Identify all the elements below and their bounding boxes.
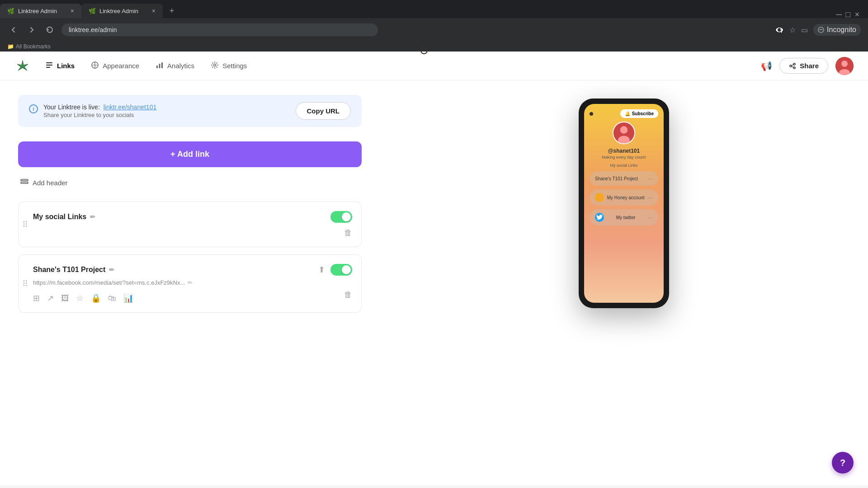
- svg-point-13: [793, 67, 795, 69]
- notification-icon[interactable]: 📢: [761, 61, 772, 71]
- tab-2-close-icon[interactable]: ×: [152, 7, 156, 14]
- subscribe-label: Subscribe: [632, 111, 654, 116]
- address-bar[interactable]: linktree.ee/admin: [61, 23, 378, 36]
- nav-appearance-label: Appearance: [103, 62, 139, 70]
- live-text: Your Linktree is live:: [43, 103, 100, 111]
- phone-username: @shanet101: [590, 148, 658, 154]
- close-window-icon[interactable]: ×: [854, 11, 861, 18]
- appearance-icon: [91, 61, 99, 70]
- user-avatar[interactable]: [835, 57, 854, 75]
- phone-section-label: My social Links: [590, 163, 658, 168]
- svg-rect-9: [161, 62, 163, 68]
- share-button[interactable]: Share: [779, 58, 828, 74]
- delete-header-icon[interactable]: 🗑: [344, 228, 352, 238]
- add-link-button[interactable]: + Add link: [18, 141, 362, 167]
- tab-1-close-icon[interactable]: ×: [71, 7, 74, 14]
- live-bar: i Your Linktree is live: linktr.ee/shane…: [18, 95, 362, 127]
- nav-links-label: Links: [57, 62, 75, 70]
- star-tool-icon[interactable]: ☆: [76, 293, 84, 303]
- nav-analytics-label: Analytics: [167, 62, 194, 70]
- link-card-title: My social Links ✏: [33, 213, 95, 221]
- live-bar-text: Your Linktree is live: linktr.ee/shanet1…: [43, 103, 156, 118]
- left-panel: i Your Linktree is live: linktr.ee/shane…: [0, 80, 380, 334]
- link-card-1-tools: ⊞ ↗ 🖼 ☆ 🔒 🛍 📊: [33, 293, 133, 303]
- app-logo[interactable]: [14, 58, 31, 74]
- app: Links Appearance Analytics Settings: [0, 52, 868, 485]
- browser-tab-1[interactable]: 🌿 Linktree Admin ×: [0, 4, 81, 18]
- nav-settings[interactable]: Settings: [203, 57, 254, 74]
- svg-point-11: [793, 63, 795, 65]
- link-card-actions: [330, 211, 352, 223]
- nav-appearance[interactable]: Appearance: [84, 57, 146, 74]
- delete-link-1-icon[interactable]: 🗑: [344, 290, 352, 300]
- nav-links[interactable]: Links: [38, 57, 82, 74]
- add-header-button[interactable]: Add header: [18, 174, 362, 191]
- link-card-header: My social Links ✏: [33, 211, 352, 223]
- bookmarks-icon: 📁: [7, 43, 14, 50]
- svg-point-12: [790, 65, 792, 67]
- live-bar-left: i Your Linktree is live: linktr.ee/shane…: [29, 103, 156, 118]
- phone-link-1: Shane's T101 Project ···: [590, 171, 658, 186]
- phone-dot: [590, 112, 593, 116]
- phone-link-1-dots: ···: [647, 175, 653, 182]
- browser-tab-2[interactable]: 🌿 Linktree Admin ×: [81, 4, 163, 18]
- share-label: Share: [800, 62, 819, 70]
- phone-link-3-icon: [595, 213, 604, 222]
- main-nav: Links Appearance Analytics Settings: [38, 57, 254, 74]
- svg-point-0: [818, 27, 824, 33]
- phone-screen: 🔔 Subscribe @shanet101 Making every day …: [584, 104, 664, 303]
- edit-url-icon[interactable]: ✏: [188, 279, 193, 286]
- back-button[interactable]: [7, 23, 20, 36]
- analytics-icon: [156, 61, 164, 70]
- header-title-text: My social Links: [33, 213, 86, 221]
- chart-tool-icon[interactable]: 📊: [123, 293, 133, 303]
- bell-icon: 🔔: [625, 111, 630, 116]
- svg-rect-4: [46, 65, 52, 66]
- reload-button[interactable]: [43, 23, 56, 36]
- drag-handle-1[interactable]: ⠿: [22, 279, 28, 289]
- link-1-title-text: Shane's T101 Project: [33, 266, 105, 274]
- phone-subscribe-button: 🔔 Subscribe: [620, 109, 658, 118]
- link-card-1-title: Shane's T101 Project ✏: [33, 266, 114, 274]
- svg-rect-18: [21, 182, 28, 183]
- svg-rect-7: [156, 66, 158, 68]
- sidebar-icon[interactable]: ▭: [801, 26, 808, 34]
- svg-rect-8: [159, 64, 160, 68]
- forward-button[interactable]: [25, 23, 38, 36]
- help-button[interactable]: ?: [832, 452, 854, 474]
- add-tab-button[interactable]: +: [165, 4, 179, 18]
- svg-point-20: [620, 126, 628, 134]
- header-toggle[interactable]: [330, 211, 352, 223]
- bookmark-icon[interactable]: ☆: [789, 26, 796, 34]
- edit-title-icon[interactable]: ✏: [90, 213, 95, 221]
- browser-toolbar: linktree.ee/admin 👁‍🗨 ☆ ▭ Incognito: [0, 18, 868, 42]
- grid-tool-icon[interactable]: ⊞: [33, 293, 40, 303]
- edit-link-1-icon[interactable]: ✏: [109, 266, 114, 273]
- live-url[interactable]: linktr.ee/shanet101: [104, 103, 157, 111]
- browser-chrome: 🌿 Linktree Admin × 🌿 Linktree Admin × + …: [0, 0, 868, 52]
- share-link-icon[interactable]: ⬆: [318, 265, 325, 275]
- phone-link-3-dots: ···: [647, 214, 653, 221]
- window-controls: ─ □ ×: [835, 11, 868, 18]
- lock-tool-icon[interactable]: 🔒: [91, 293, 101, 303]
- right-panel: 🔔 Subscribe @shanet101 Making every day …: [380, 80, 868, 334]
- drag-handle-header[interactable]: ⠿: [22, 220, 28, 230]
- svg-point-15: [841, 61, 848, 67]
- nav-analytics[interactable]: Analytics: [148, 57, 202, 74]
- bookmarks-label[interactable]: All Bookmarks: [16, 43, 51, 50]
- bag-tool-icon[interactable]: 🛍: [108, 294, 116, 303]
- image-tool-icon[interactable]: 🖼: [61, 294, 69, 303]
- link-card-1-url: https://m.facebook.com/media/set/?set=ms…: [33, 279, 352, 286]
- info-icon: i: [29, 104, 38, 113]
- settings-icon: [211, 61, 219, 70]
- copy-url-button[interactable]: Copy URL: [296, 102, 351, 120]
- arrow-tool-icon[interactable]: ↗: [47, 293, 54, 303]
- link-card-1-header: Shane's T101 Project ✏ ⬆: [33, 264, 352, 276]
- link-1-toggle[interactable]: [330, 264, 352, 276]
- minimize-icon[interactable]: ─: [835, 11, 843, 18]
- extension-icon[interactable]: 👁‍🗨: [775, 26, 784, 34]
- phone-link-2: My Honey account ···: [590, 189, 658, 206]
- link-card-1: ⠿ Shane's T101 Project ✏ ⬆: [18, 254, 362, 313]
- svg-point-1: [820, 29, 821, 30]
- maximize-icon[interactable]: □: [844, 11, 852, 18]
